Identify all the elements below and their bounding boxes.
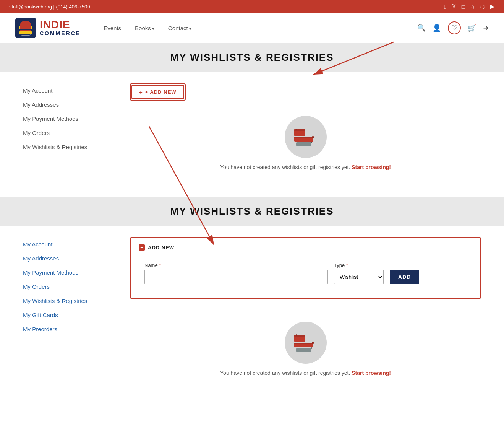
header: INDIE COMMERCE Events Books Contact 🔍 👤 … [0, 13, 504, 43]
social-icons:  𝕏 □ ♫ ◌ ▶ [444, 3, 495, 10]
section2-content: My Account My Addresses My Payment Metho… [0, 226, 504, 403]
vimeo-icon[interactable]: ◌ [480, 3, 485, 10]
logo-text: INDIE COMMERCE [40, 20, 81, 36]
nav-events[interactable]: Events [104, 25, 121, 31]
svg-rect-17 [294, 343, 313, 344]
add-new-panel-title: ADD NEW [148, 245, 174, 251]
name-field-group: Name * [144, 262, 328, 284]
type-select[interactable]: Wishlist Registry [334, 270, 384, 284]
heart-icon: ♡ [451, 24, 457, 32]
top-bar: staff@bookweb.org | (914) 406-7500  𝕏 □… [0, 0, 504, 13]
empty-message: You have not created any wishlists or gi… [220, 164, 391, 170]
nav-books[interactable]: Books [135, 25, 154, 31]
add-new-label: + ADD NEW [145, 89, 177, 95]
svg-rect-7 [296, 129, 297, 130]
empty-message-2: You have not created any wishlists or gi… [220, 370, 391, 376]
sidebar-item-account[interactable]: My Account [23, 83, 107, 98]
plus-icon: + [139, 89, 143, 95]
sidebar-item-payment[interactable]: My Payment Methods [23, 112, 107, 126]
sidebar2-item-giftcards[interactable]: My Gift Cards [23, 308, 107, 322]
sidebar2-item-payment[interactable]: My Payment Methods [23, 265, 107, 280]
logo-indie: INDIE [40, 20, 81, 30]
svg-rect-9 [294, 137, 313, 138]
youtube-icon[interactable]: ▶ [490, 3, 495, 10]
contact-info: staff@bookweb.org | (914) 406-7500 [9, 4, 90, 10]
sidebar2-item-account[interactable]: My Account [23, 237, 107, 251]
svg-rect-19 [296, 348, 311, 352]
type-field-group: Type * Wishlist Registry [334, 262, 384, 284]
main-nav: Events Books Contact [104, 25, 417, 31]
sidebar-item-addresses[interactable]: My Addresses [23, 98, 107, 112]
sidebar-item-wishlists[interactable]: My Wishlists & Registries [23, 140, 107, 154]
sidebar-item-orders[interactable]: My Orders [23, 126, 107, 140]
name-label: Name * [144, 262, 328, 268]
twitter-icon[interactable]: 𝕏 [452, 3, 456, 10]
section2-heading: MY WISHLISTS & REGISTRIES [0, 197, 504, 226]
search-icon[interactable]: 🔍 [417, 24, 426, 32]
logo: INDIE COMMERCE [15, 18, 81, 38]
svg-rect-10 [312, 136, 314, 138]
sidebar2-item-addresses[interactable]: My Addresses [23, 251, 107, 265]
svg-rect-14 [294, 335, 305, 337]
empty-state: You have not created any wishlists or gi… [130, 101, 481, 186]
sidebar2-item-wishlists[interactable]: My Wishlists & Registries [23, 294, 107, 308]
logo-icon [15, 18, 36, 38]
header-icons: 🔍 👤 ♡ 🛒 ➜ [417, 21, 489, 34]
collapse-button[interactable]: − [139, 244, 145, 251]
add-new-form: Name * Type * Wishlist [139, 257, 472, 290]
add-new-panel: − ADD NEW Name * T [130, 237, 481, 299]
sidebar2-item-preorders[interactable]: My Preorders [23, 322, 107, 336]
svg-rect-6 [294, 129, 305, 131]
start-browsing-link[interactable]: Start browsing! [352, 164, 391, 170]
add-new-button[interactable]: + + ADD NEW [131, 85, 184, 99]
books-illustration-2 [285, 322, 327, 364]
section1-sidebar: My Account My Addresses My Payment Metho… [23, 83, 107, 186]
start-browsing-link-2[interactable]: Start browsing! [352, 370, 391, 376]
section2: MY WISHLISTS & REGISTRIES My Account My … [0, 197, 504, 403]
section1-content: My Account My Addresses My Payment Metho… [0, 72, 504, 197]
svg-rect-12 [311, 142, 312, 143]
user-icon[interactable]: 👤 [433, 24, 441, 32]
svg-rect-15 [296, 334, 297, 336]
tiktok-icon[interactable]: ♫ [470, 3, 475, 10]
svg-rect-2 [19, 26, 32, 29]
cart-icon[interactable]: 🛒 [468, 24, 476, 32]
section1: MY WISHLISTS & REGISTRIES My Account My … [0, 43, 504, 197]
svg-rect-20 [311, 347, 312, 349]
type-required: * [346, 262, 348, 268]
type-label: Type * [334, 262, 384, 268]
svg-rect-18 [312, 342, 314, 344]
sidebar2-item-orders[interactable]: My Orders [23, 280, 107, 294]
instagram-icon[interactable]: □ [462, 3, 465, 10]
logo-commerce: COMMERCE [40, 30, 81, 36]
facebook-icon[interactable]:  [444, 3, 446, 10]
nav-contact[interactable]: Contact [168, 25, 191, 31]
svg-rect-3 [20, 30, 31, 33]
wishlist-button[interactable]: ♡ [448, 21, 461, 34]
books-illustration [285, 116, 327, 158]
section2-sidebar: My Account My Addresses My Payment Metho… [23, 237, 107, 391]
logout-icon[interactable]: ➜ [483, 24, 489, 32]
add-submit-button[interactable]: ADD [390, 270, 419, 284]
empty-state-2: You have not created any wishlists or gi… [130, 306, 481, 391]
svg-rect-4 [21, 33, 30, 35]
name-required: * [159, 262, 161, 268]
name-input[interactable] [144, 270, 328, 284]
section1-main: + + ADD NEW [130, 83, 481, 186]
section2-main: − ADD NEW Name * T [130, 237, 481, 391]
add-new-panel-header: − ADD NEW [139, 244, 472, 251]
svg-rect-11 [296, 142, 311, 146]
svg-point-1 [20, 21, 31, 28]
section1-heading: MY WISHLISTS & REGISTRIES [0, 43, 504, 72]
